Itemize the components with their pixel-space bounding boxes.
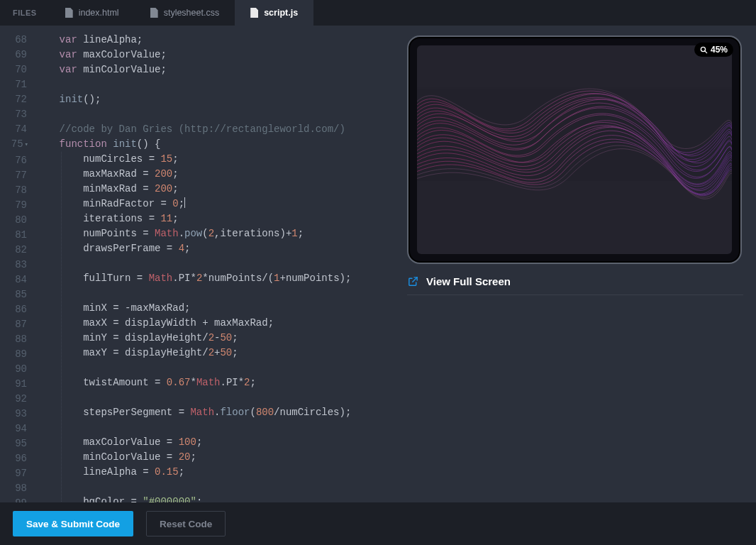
tab-label: script.js (264, 8, 298, 18)
zoom-value: 45% (711, 45, 728, 55)
code-content[interactable]: var lineAlpha; var maxColorValue; var mi… (35, 33, 407, 502)
tab-index-html[interactable]: index.html (50, 0, 135, 26)
file-icon (250, 8, 258, 18)
magnifier-icon (700, 46, 708, 54)
code-editor[interactable]: 6869707172737475▾76777879808182838485868… (0, 26, 407, 502)
bottom-bar: Save & Submit Code Reset Code (0, 502, 756, 545)
tab-label: stylesheet.css (164, 8, 220, 18)
external-link-icon (407, 275, 419, 287)
tab-stylesheet-css[interactable]: stylesheet.css (135, 0, 235, 26)
tab-label: index.html (79, 8, 119, 18)
preview-canvas (417, 45, 732, 254)
files-label: FILES (0, 0, 50, 26)
view-fullscreen-label: View Full Screen (426, 275, 511, 287)
svg-line-1 (705, 50, 707, 53)
tab-bar: FILES index.html stylesheet.css script.j… (0, 0, 756, 26)
file-icon (65, 8, 73, 18)
preview-device-frame: 45% (407, 35, 742, 264)
tab-script-js[interactable]: script.js (235, 0, 313, 26)
view-fullscreen-button[interactable]: View Full Screen (407, 275, 743, 295)
file-icon (150, 8, 158, 18)
zoom-badge[interactable]: 45% (694, 43, 733, 57)
save-submit-button[interactable]: Save & Submit Code (13, 511, 133, 536)
reset-code-button[interactable]: Reset Code (146, 511, 226, 536)
preview-panel: 45% (407, 26, 756, 502)
line-number-gutter: 6869707172737475▾76777879808182838485868… (0, 33, 35, 502)
main-area: 6869707172737475▾76777879808182838485868… (0, 26, 756, 502)
